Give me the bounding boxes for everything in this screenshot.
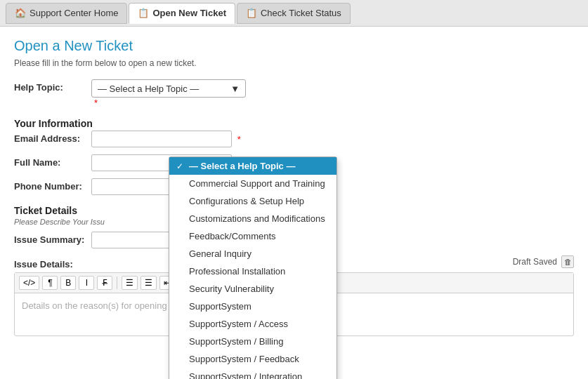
- dropdown-item-label: General Inquiry: [189, 248, 251, 259]
- check-status-icon: 📋: [246, 8, 257, 18]
- fullname-label: Full Name:: [14, 154, 91, 168]
- dropdown-item-2[interactable]: Configurations & Setup Help: [169, 192, 337, 210]
- chevron-down-icon: ▼: [230, 84, 240, 94]
- email-field-container: *: [91, 131, 574, 147]
- ticket-icon: 📋: [138, 8, 149, 18]
- dropdown-item-label: Customizations and Modifications: [189, 213, 325, 224]
- issue-summary-label: Issue Summary:: [14, 232, 91, 245]
- nav-tab-new-ticket[interactable]: 📋 Open New Ticket: [129, 3, 235, 24]
- dropdown-item-8[interactable]: SupportSystem: [169, 298, 337, 315]
- dropdown-item-label: — Select a Help Topic —: [189, 161, 295, 171]
- dropdown-item-label: Commercial Support and Training: [189, 178, 325, 189]
- help-topic-selected-value: — Select a Help Topic —: [98, 84, 199, 94]
- dropdown-item-label: Configurations & Setup Help: [189, 196, 304, 206]
- help-topic-dropdown: ✓— Select a Help Topic —Commercial Suppo…: [169, 157, 337, 379]
- dropdown-item-label: SupportSystem / Billing: [189, 336, 283, 347]
- dropdown-item-10[interactable]: SupportSystem / Billing: [169, 333, 337, 350]
- main-content: Open a New Ticket Please fill in the for…: [0, 27, 588, 354]
- email-label: Email Address:: [14, 131, 91, 144]
- trash-icon: 🗑: [564, 258, 572, 266]
- dropdown-item-7[interactable]: Security Vulnerability: [169, 280, 337, 298]
- top-navigation: 🏠 Support Center Home 📋 Open New Ticket …: [0, 0, 588, 27]
- dropdown-item-12[interactable]: SupportSystem / Integration: [169, 368, 337, 379]
- email-row: Email Address: *: [14, 131, 574, 147]
- dropdown-item-label: SupportSystem / Feedback: [189, 354, 299, 364]
- dropdown-item-5[interactable]: General Inquiry: [169, 245, 337, 262]
- help-topic-label: Help Topic:: [14, 79, 91, 93]
- dropdown-item-11[interactable]: SupportSystem / Feedback: [169, 350, 337, 368]
- help-topic-field: — Select a Help Topic — ▼ * ✓— Select a …: [91, 79, 574, 108]
- checkmark-icon: ✓: [176, 161, 186, 171]
- dropdown-item-label: SupportSystem / Access: [189, 319, 288, 329]
- draft-saved-text: Draft Saved: [513, 257, 557, 267]
- home-icon: 🏠: [15, 8, 26, 18]
- your-information-heading: Your Information: [14, 118, 574, 129]
- dropdown-item-4[interactable]: Feedback/Comments: [169, 227, 337, 245]
- nav-tab-home[interactable]: 🏠 Support Center Home: [6, 3, 127, 24]
- page-subtitle: Please fill in the form below to open a …: [14, 58, 574, 68]
- draft-saved-area: Draft Saved 🗑: [513, 255, 574, 268]
- toolbar-code-button[interactable]: </>: [19, 276, 39, 290]
- issue-details-label: Issue Details:: [14, 256, 91, 270]
- help-topic-select[interactable]: — Select a Help Topic — ▼: [91, 79, 246, 98]
- toolbar-ul-button[interactable]: ☰: [122, 276, 138, 290]
- dropdown-item-9[interactable]: SupportSystem / Access: [169, 315, 337, 333]
- email-required: *: [237, 134, 241, 145]
- toolbar-italic-button[interactable]: I: [79, 276, 94, 290]
- dropdown-item-label: SupportSystem: [189, 301, 251, 312]
- dropdown-item-label: SupportSystem / Integration: [189, 371, 302, 379]
- help-topic-required: *: [94, 98, 98, 108]
- dropdown-item-label: Feedback/Comments: [189, 231, 276, 241]
- page-title: Open a New Ticket: [14, 38, 574, 54]
- dropdown-item-3[interactable]: Customizations and Modifications: [169, 210, 337, 227]
- dropdown-item-label: Security Vulnerability: [189, 284, 274, 294]
- toolbar-strikethrough-button[interactable]: F̶: [97, 276, 112, 290]
- dropdown-item-label: Professional Installation: [189, 266, 285, 277]
- delete-draft-button[interactable]: 🗑: [561, 255, 574, 268]
- toolbar-paragraph-button[interactable]: ¶: [42, 276, 58, 290]
- nav-tab-check-status[interactable]: 📋 Check Ticket Status: [237, 3, 351, 24]
- help-topic-row: Help Topic: — Select a Help Topic — ▼ * …: [14, 79, 574, 108]
- dropdown-item-1[interactable]: Commercial Support and Training: [169, 175, 337, 192]
- phone-label: Phone Number:: [14, 178, 91, 192]
- dropdown-item-0[interactable]: ✓— Select a Help Topic —: [169, 157, 337, 175]
- toolbar-bold-button[interactable]: B: [60, 276, 76, 290]
- nav-tab-check-status-label: Check Ticket Status: [261, 8, 341, 18]
- toolbar-ol-button[interactable]: ☰: [141, 276, 157, 290]
- nav-tab-new-ticket-label: Open New Ticket: [152, 8, 226, 18]
- dropdown-item-6[interactable]: Professional Installation: [169, 262, 337, 280]
- toolbar-separator: [117, 277, 117, 289]
- nav-tab-home-label: Support Center Home: [30, 8, 118, 18]
- email-input[interactable]: [91, 131, 232, 147]
